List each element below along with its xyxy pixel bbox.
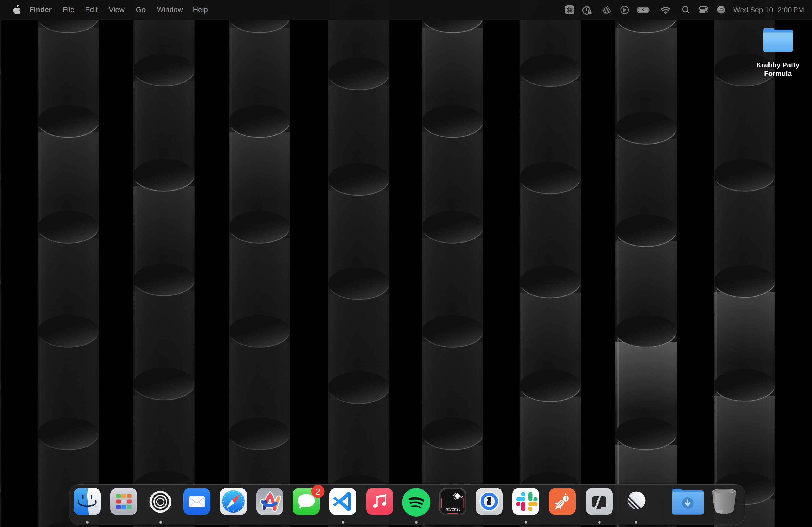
svg-text:raycast: raycast: [446, 507, 460, 511]
svg-text:2: 2: [316, 487, 320, 496]
